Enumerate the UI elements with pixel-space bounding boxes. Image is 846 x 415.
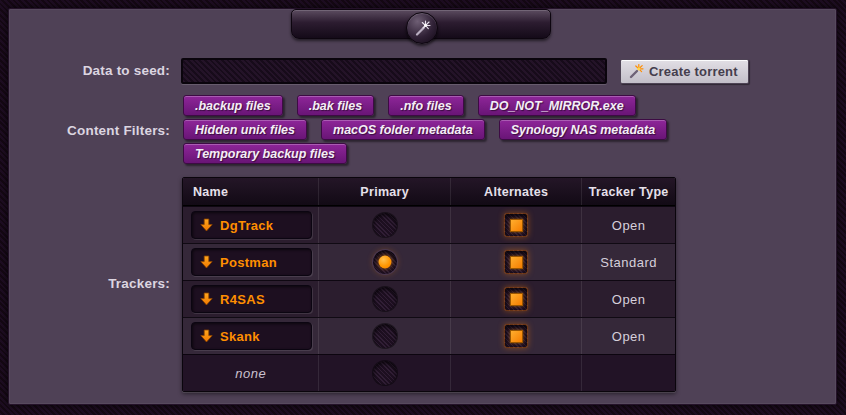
primary-radio[interactable] bbox=[373, 213, 397, 237]
tracker-name-none: none bbox=[235, 366, 266, 381]
tracker-row-postman: Postman Standard bbox=[183, 243, 675, 280]
filter-row: Hidden unix files macOS folder metadata … bbox=[183, 119, 653, 140]
tracker-type: Open bbox=[612, 218, 646, 233]
data-to-seed-label: Data to seed: bbox=[20, 63, 170, 78]
tracker-link-skank[interactable]: Skank bbox=[191, 322, 312, 350]
alternates-checkbox[interactable] bbox=[504, 250, 528, 274]
tracker-name: Skank bbox=[220, 329, 260, 344]
primary-radio[interactable] bbox=[373, 361, 397, 385]
down-arrow-icon bbox=[200, 329, 213, 343]
column-header-name: Name bbox=[183, 178, 318, 205]
down-arrow-icon bbox=[200, 218, 213, 232]
tracker-row-none: none bbox=[183, 354, 675, 391]
content-filters-group: .backup files .bak files .nfo files DO_N… bbox=[183, 95, 653, 167]
filter-button-synology-nas-metadata[interactable]: Synology NAS metadata bbox=[499, 119, 667, 140]
tracker-row-r4sas: R4SAS Open bbox=[183, 280, 675, 317]
down-arrow-icon bbox=[200, 255, 213, 269]
tracker-name: R4SAS bbox=[220, 292, 265, 307]
create-torrent-button-label: Create torrent bbox=[649, 64, 738, 79]
column-header-alternates: Alternates bbox=[450, 178, 581, 205]
primary-radio[interactable] bbox=[373, 250, 397, 274]
section-toggle-orb[interactable] bbox=[406, 12, 438, 44]
magic-wand-icon bbox=[412, 18, 432, 38]
tracker-type: Open bbox=[612, 329, 646, 344]
filter-button-macos-folder-metadata[interactable]: macOS folder metadata bbox=[321, 119, 485, 140]
data-to-seed-input[interactable] bbox=[181, 58, 607, 84]
tracker-name: Postman bbox=[220, 255, 277, 270]
content-filters-label: Content Filters: bbox=[20, 123, 170, 138]
filter-row: Temporary backup files bbox=[183, 143, 653, 164]
tracker-link-postman[interactable]: Postman bbox=[191, 248, 312, 276]
magic-wand-icon bbox=[628, 63, 644, 80]
tracker-name: DgTrack bbox=[220, 218, 273, 233]
alternates-checkbox[interactable] bbox=[504, 324, 528, 348]
primary-radio[interactable] bbox=[373, 324, 397, 348]
trackers-label: Trackers: bbox=[20, 276, 170, 291]
filter-button-hidden-unix-files[interactable]: Hidden unix files bbox=[183, 119, 307, 140]
filter-button-nfo-files[interactable]: .nfo files bbox=[388, 95, 463, 116]
alternates-checkbox[interactable] bbox=[504, 287, 528, 311]
down-arrow-icon bbox=[200, 292, 213, 306]
filter-button-temporary-backup-files[interactable]: Temporary backup files bbox=[183, 143, 347, 164]
filter-button-backup-files[interactable]: .backup files bbox=[183, 95, 283, 116]
trackers-table-header: Name Primary Alternates Tracker Type bbox=[183, 178, 675, 206]
column-header-tracker-type: Tracker Type bbox=[581, 178, 675, 205]
filter-button-bak-files[interactable]: .bak files bbox=[297, 95, 375, 116]
filter-button-do-not-mirror[interactable]: DO_NOT_MIRROR.exe bbox=[478, 95, 636, 116]
tracker-link-r4sas[interactable]: R4SAS bbox=[191, 285, 312, 313]
alternates-checkbox[interactable] bbox=[504, 213, 528, 237]
tracker-row-skank: Skank Open bbox=[183, 317, 675, 354]
column-header-primary: Primary bbox=[318, 178, 449, 205]
primary-radio[interactable] bbox=[373, 287, 397, 311]
tracker-type: Open bbox=[612, 292, 646, 307]
filter-row: .backup files .bak files .nfo files DO_N… bbox=[183, 95, 653, 116]
create-torrent-button[interactable]: Create torrent bbox=[620, 59, 749, 84]
tracker-type: Standard bbox=[600, 255, 657, 270]
tracker-link-dgtrack[interactable]: DgTrack bbox=[191, 211, 312, 239]
trackers-table: Name Primary Alternates Tracker Type DgT… bbox=[182, 177, 676, 392]
tracker-row-dgtrack: DgTrack Open bbox=[183, 206, 675, 243]
